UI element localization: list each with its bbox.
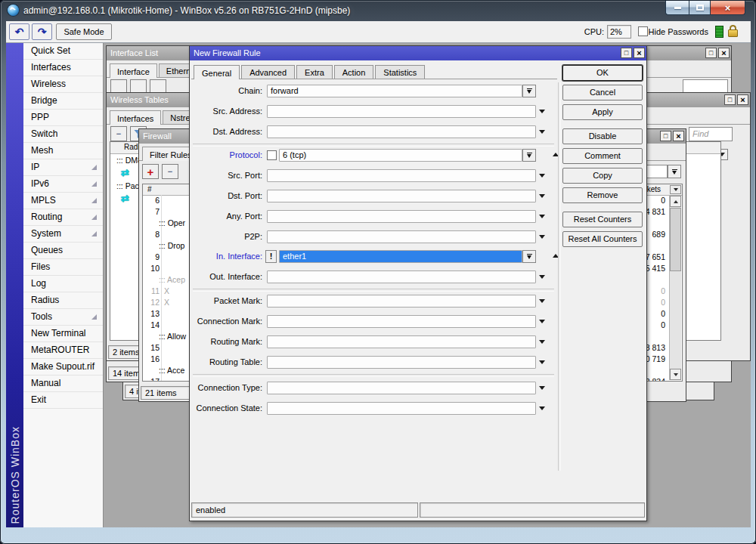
- routing-mark-input[interactable]: [267, 335, 536, 348]
- src-port-input[interactable]: [267, 169, 536, 182]
- sidebar-item-ppp[interactable]: PPP: [23, 110, 103, 126]
- dst-port-input[interactable]: [267, 190, 536, 202]
- sidebar-item-exit[interactable]: Exit: [23, 392, 103, 409]
- in-interface-dropdown-button[interactable]: [522, 250, 536, 263]
- copy-button[interactable]: Copy: [562, 168, 643, 184]
- close-icon[interactable]: ×: [718, 48, 730, 58]
- chain-dropdown-button[interactable]: [522, 85, 536, 97]
- scroll-down-button[interactable]: [670, 369, 681, 380]
- packet-mark-dropdown-icon[interactable]: [539, 299, 545, 303]
- sidebar-item-ipv6[interactable]: IPv6: [23, 176, 103, 193]
- src-address-dropdown-icon[interactable]: [539, 110, 545, 113]
- protocol-dropdown-button[interactable]: [522, 149, 536, 162]
- sidebar-item-manual[interactable]: Manual: [23, 376, 103, 392]
- sidebar-item-log[interactable]: Log: [23, 276, 103, 292]
- minimize-button[interactable]: [665, 1, 689, 15]
- chain-input[interactable]: forward: [267, 85, 522, 97]
- vertical-scrollbar[interactable]: [669, 196, 681, 380]
- src-address-input[interactable]: [267, 105, 536, 118]
- ok-button[interactable]: OK: [562, 65, 643, 81]
- connection-state-input[interactable]: [267, 402, 536, 415]
- routing-table-input[interactable]: [267, 356, 536, 369]
- rule-number: 6: [144, 195, 160, 206]
- sidebar-item-interfaces[interactable]: Interfaces: [23, 60, 103, 76]
- maximize-button[interactable]: □: [705, 48, 717, 58]
- close-button[interactable]: ×: [711, 1, 745, 15]
- sidebar-item-wireless[interactable]: Wireless: [23, 76, 103, 93]
- apply-button[interactable]: Apply: [562, 104, 643, 120]
- dst-port-dropdown-icon[interactable]: [539, 194, 545, 198]
- connection-type-dropdown-icon[interactable]: [539, 386, 545, 390]
- sidebar-item-routing[interactable]: Routing: [23, 209, 103, 226]
- scrollbar-thumb[interactable]: [670, 208, 681, 271]
- out-interface-input[interactable]: [267, 270, 536, 283]
- new-firewall-rule-dialog[interactable]: New Firewall Rule □ × GeneralAdvancedExt…: [189, 45, 647, 521]
- scroll-up-button[interactable]: [670, 196, 681, 207]
- cancel-button[interactable]: Cancel: [562, 85, 643, 100]
- disable-button[interactable]: Disable: [562, 128, 643, 144]
- sidebar-item-quick-set[interactable]: Quick Set: [23, 43, 103, 60]
- sidebar-item-switch[interactable]: Switch: [23, 126, 103, 143]
- connection-type-input[interactable]: [267, 382, 536, 394]
- connection-state-dropdown-icon[interactable]: [539, 406, 545, 410]
- in-interface-input[interactable]: ether1: [279, 250, 522, 263]
- comment-button[interactable]: Comment: [562, 148, 643, 164]
- protocol-input[interactable]: 6 (tcp): [279, 149, 522, 162]
- winbox-logo-icon: [8, 5, 19, 16]
- chain-filter-combo[interactable]: [646, 165, 668, 178]
- sidebar-item-bridge[interactable]: Bridge: [23, 93, 103, 110]
- sidebar-item-queues[interactable]: Queues: [23, 243, 103, 259]
- protocol-checkbox[interactable]: [267, 150, 277, 160]
- remove-button[interactable]: −: [110, 126, 127, 141]
- main-titlebar[interactable]: admin@192.168.0.1 (Mikrotik-Home) - WinB…: [0, 0, 756, 21]
- sidebar-item-files[interactable]: Files: [23, 259, 103, 276]
- maximize-button[interactable]: □: [724, 94, 736, 105]
- chain-filter-dropdown-button[interactable]: [668, 165, 681, 178]
- maximize-button[interactable]: □: [660, 131, 671, 141]
- number-column-header[interactable]: #: [147, 184, 152, 194]
- sidebar-item-metarouter[interactable]: MetaROUTER: [23, 342, 103, 359]
- remove-button[interactable]: Remove: [562, 187, 643, 203]
- reset-all-counters-button[interactable]: Reset All Counters: [562, 231, 643, 247]
- in-interface-not-button[interactable]: !: [265, 250, 277, 263]
- close-icon[interactable]: ×: [673, 131, 684, 141]
- routing-table-dropdown-icon[interactable]: [539, 360, 545, 364]
- sidebar-item-make-supout-rif[interactable]: Make Supout.rif: [23, 359, 103, 376]
- any-port-dropdown-icon[interactable]: [539, 215, 545, 218]
- redo-button[interactable]: ↷: [32, 23, 52, 40]
- close-icon[interactable]: ×: [737, 94, 748, 105]
- p2p-input[interactable]: [267, 230, 536, 243]
- remove-rule-button[interactable]: −: [162, 164, 178, 179]
- safe-mode-button[interactable]: Safe Mode: [56, 23, 112, 40]
- src-port-dropdown-icon[interactable]: [539, 174, 545, 178]
- any-port-input[interactable]: [267, 210, 536, 223]
- hide-passwords-checkbox[interactable]: [638, 26, 648, 36]
- sidebar-item-ip[interactable]: IP: [23, 159, 103, 176]
- maximize-button[interactable]: [689, 1, 711, 15]
- sidebar-item-mpls[interactable]: MPLS: [23, 193, 103, 209]
- find-input[interactable]: Find: [689, 127, 733, 141]
- sidebar-item-tools[interactable]: Tools: [23, 309, 103, 326]
- routing-mark-label: Routing Mark:: [190, 335, 262, 348]
- sidebar-item-radius[interactable]: Radius: [23, 292, 103, 309]
- column-select-button[interactable]: [670, 185, 681, 194]
- reset-counters-button[interactable]: Reset Counters: [562, 212, 643, 227]
- dst-address-dropdown-icon[interactable]: [539, 130, 545, 134]
- sidebar-item-mesh[interactable]: Mesh: [23, 143, 103, 159]
- dst-address-input[interactable]: [267, 125, 536, 138]
- add-rule-button[interactable]: +: [142, 164, 159, 179]
- out-interface-dropdown-icon[interactable]: [539, 275, 545, 279]
- sidebar-item-system[interactable]: System: [23, 226, 103, 243]
- sidebar-brand-strip: RouterOS WinBox: [6, 43, 23, 527]
- rule-number: 7: [144, 206, 160, 218]
- p2p-dropdown-icon[interactable]: [539, 235, 545, 239]
- undo-button[interactable]: ↶: [9, 23, 29, 40]
- packet-mark-input[interactable]: [267, 295, 536, 308]
- interface-list-find-input[interactable]: [683, 79, 728, 93]
- sidebar-item-new-terminal[interactable]: New Terminal: [23, 326, 103, 342]
- interface-list-tab-interface[interactable]: Interface: [110, 63, 157, 78]
- connection-mark-dropdown-icon[interactable]: [539, 320, 545, 323]
- connection-mark-input[interactable]: [267, 315, 536, 328]
- wireless-tab-interfaces[interactable]: Interfaces: [110, 110, 161, 125]
- routing-mark-dropdown-icon[interactable]: [539, 340, 545, 344]
